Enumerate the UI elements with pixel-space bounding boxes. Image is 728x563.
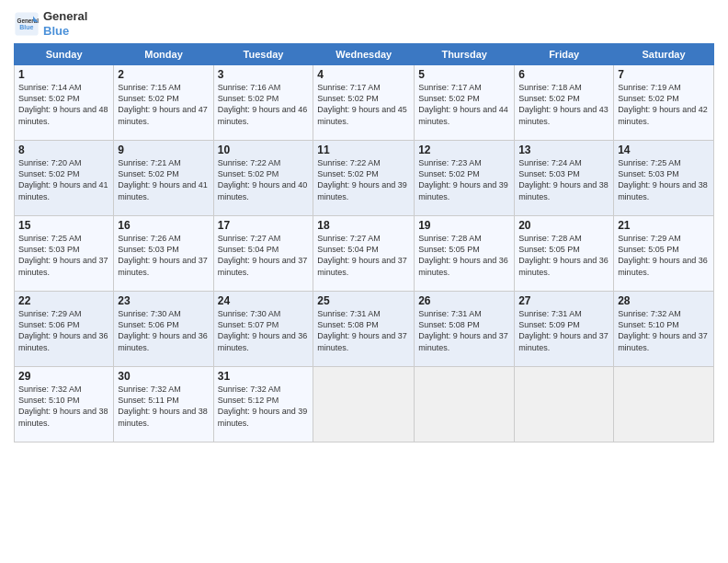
- day-number: 13: [518, 144, 609, 156]
- day-cell-8: 8 Sunrise: 7:20 AMSunset: 5:02 PMDayligh…: [15, 141, 114, 216]
- week-row-1: 1 Sunrise: 7:14 AMSunset: 5:02 PMDayligh…: [15, 65, 714, 141]
- day-number: 9: [118, 144, 209, 156]
- day-cell-28: 28 Sunrise: 7:32 AMSunset: 5:10 PMDaylig…: [614, 292, 714, 367]
- day-info: Sunrise: 7:31 AMSunset: 5:08 PMDaylight:…: [418, 308, 510, 353]
- day-cell-14: 14 Sunrise: 7:25 AMSunset: 5:03 PMDaylig…: [614, 141, 714, 216]
- day-number: 26: [418, 294, 510, 307]
- day-cell-22: 22 Sunrise: 7:29 AMSunset: 5:06 PMDaylig…: [15, 292, 114, 367]
- day-info: Sunrise: 7:32 AMSunset: 5:10 PMDaylight:…: [18, 384, 109, 429]
- day-number: 17: [218, 219, 310, 232]
- empty-cell: [415, 367, 515, 442]
- week-row-3: 15 Sunrise: 7:25 AMSunset: 5:03 PMDaylig…: [15, 216, 714, 292]
- day-number: 11: [317, 144, 410, 156]
- day-cell-29: 29 Sunrise: 7:32 AMSunset: 5:10 PMDaylig…: [15, 367, 114, 442]
- day-info: Sunrise: 7:29 AMSunset: 5:06 PMDaylight:…: [18, 308, 109, 353]
- day-number: 20: [518, 219, 609, 232]
- day-number: 5: [418, 68, 510, 81]
- day-header-monday: Monday: [114, 44, 213, 65]
- logo: General Blue General Blue: [14, 9, 87, 38]
- day-cell-21: 21 Sunrise: 7:29 AMSunset: 5:05 PMDaylig…: [614, 216, 714, 292]
- day-info: Sunrise: 7:32 AMSunset: 5:11 PMDaylight:…: [118, 384, 209, 429]
- day-info: Sunrise: 7:25 AMSunset: 5:03 PMDaylight:…: [618, 157, 710, 202]
- day-header-thursday: Thursday: [415, 44, 515, 65]
- day-info: Sunrise: 7:21 AMSunset: 5:02 PMDaylight:…: [118, 157, 209, 202]
- day-number: 30: [118, 370, 209, 383]
- week-row-2: 8 Sunrise: 7:20 AMSunset: 5:02 PMDayligh…: [15, 141, 714, 216]
- day-cell-17: 17 Sunrise: 7:27 AMSunset: 5:04 PMDaylig…: [213, 216, 313, 292]
- day-number: 23: [118, 294, 209, 307]
- day-number: 25: [317, 294, 410, 307]
- day-cell-2: 2 Sunrise: 7:15 AMSunset: 5:02 PMDayligh…: [114, 65, 213, 141]
- day-info: Sunrise: 7:17 AMSunset: 5:02 PMDaylight:…: [317, 82, 410, 127]
- day-info: Sunrise: 7:27 AMSunset: 5:04 PMDaylight:…: [218, 233, 310, 278]
- day-info: Sunrise: 7:31 AMSunset: 5:09 PMDaylight:…: [518, 308, 609, 353]
- day-number: 31: [218, 370, 310, 383]
- day-cell-27: 27 Sunrise: 7:31 AMSunset: 5:09 PMDaylig…: [515, 292, 614, 367]
- day-header-tuesday: Tuesday: [213, 44, 313, 65]
- day-number: 16: [118, 219, 209, 232]
- header-row: SundayMondayTuesdayWednesdayThursdayFrid…: [15, 44, 714, 65]
- day-info: Sunrise: 7:27 AMSunset: 5:04 PMDaylight:…: [317, 233, 410, 278]
- day-info: Sunrise: 7:32 AMSunset: 5:10 PMDaylight:…: [618, 308, 710, 353]
- logo-text: General Blue: [43, 9, 87, 38]
- day-cell-15: 15 Sunrise: 7:25 AMSunset: 5:03 PMDaylig…: [15, 216, 114, 292]
- day-cell-3: 3 Sunrise: 7:16 AMSunset: 5:02 PMDayligh…: [213, 65, 313, 141]
- day-info: Sunrise: 7:24 AMSunset: 5:03 PMDaylight:…: [518, 157, 609, 202]
- day-info: Sunrise: 7:22 AMSunset: 5:02 PMDaylight:…: [218, 157, 310, 202]
- day-cell-26: 26 Sunrise: 7:31 AMSunset: 5:08 PMDaylig…: [415, 292, 515, 367]
- day-cell-1: 1 Sunrise: 7:14 AMSunset: 5:02 PMDayligh…: [15, 65, 114, 141]
- day-cell-18: 18 Sunrise: 7:27 AMSunset: 5:04 PMDaylig…: [313, 216, 415, 292]
- day-info: Sunrise: 7:22 AMSunset: 5:02 PMDaylight:…: [317, 157, 410, 202]
- day-info: Sunrise: 7:28 AMSunset: 5:05 PMDaylight:…: [518, 233, 609, 278]
- day-info: Sunrise: 7:31 AMSunset: 5:08 PMDaylight:…: [317, 308, 410, 353]
- day-info: Sunrise: 7:16 AMSunset: 5:02 PMDaylight:…: [218, 82, 310, 127]
- day-cell-7: 7 Sunrise: 7:19 AMSunset: 5:02 PMDayligh…: [614, 65, 714, 141]
- calendar-container: General Blue General Blue SundayMondayTu…: [0, 0, 728, 452]
- day-info: Sunrise: 7:15 AMSunset: 5:02 PMDaylight:…: [118, 82, 209, 127]
- day-info: Sunrise: 7:18 AMSunset: 5:02 PMDaylight:…: [518, 82, 609, 127]
- svg-text:Blue: Blue: [19, 23, 33, 29]
- empty-cell: [313, 367, 415, 442]
- week-row-4: 22 Sunrise: 7:29 AMSunset: 5:06 PMDaylig…: [15, 292, 714, 367]
- day-info: Sunrise: 7:17 AMSunset: 5:02 PMDaylight:…: [418, 82, 510, 127]
- day-cell-20: 20 Sunrise: 7:28 AMSunset: 5:05 PMDaylig…: [515, 216, 614, 292]
- day-header-friday: Friday: [515, 44, 614, 65]
- day-number: 10: [218, 144, 310, 156]
- week-row-5: 29 Sunrise: 7:32 AMSunset: 5:10 PMDaylig…: [15, 367, 714, 442]
- day-cell-31: 31 Sunrise: 7:32 AMSunset: 5:12 PMDaylig…: [213, 367, 313, 442]
- day-number: 2: [118, 68, 209, 81]
- day-cell-25: 25 Sunrise: 7:31 AMSunset: 5:08 PMDaylig…: [313, 292, 415, 367]
- header: General Blue General Blue: [14, 9, 714, 38]
- day-number: 29: [18, 370, 109, 383]
- day-number: 6: [518, 68, 609, 81]
- day-info: Sunrise: 7:29 AMSunset: 5:05 PMDaylight:…: [618, 233, 710, 278]
- day-cell-11: 11 Sunrise: 7:22 AMSunset: 5:02 PMDaylig…: [313, 141, 415, 216]
- day-cell-9: 9 Sunrise: 7:21 AMSunset: 5:02 PMDayligh…: [114, 141, 213, 216]
- day-number: 3: [218, 68, 310, 81]
- day-info: Sunrise: 7:30 AMSunset: 5:06 PMDaylight:…: [118, 308, 209, 353]
- day-number: 8: [18, 144, 109, 156]
- day-cell-12: 12 Sunrise: 7:23 AMSunset: 5:02 PMDaylig…: [415, 141, 515, 216]
- day-number: 12: [418, 144, 510, 156]
- day-number: 21: [618, 219, 710, 232]
- logo-icon: General Blue: [14, 11, 40, 37]
- day-info: Sunrise: 7:23 AMSunset: 5:02 PMDaylight:…: [418, 157, 510, 202]
- day-number: 18: [317, 219, 410, 232]
- day-info: Sunrise: 7:26 AMSunset: 5:03 PMDaylight:…: [118, 233, 209, 278]
- day-number: 19: [418, 219, 510, 232]
- day-number: 14: [618, 144, 710, 156]
- day-cell-5: 5 Sunrise: 7:17 AMSunset: 5:02 PMDayligh…: [415, 65, 515, 141]
- day-cell-24: 24 Sunrise: 7:30 AMSunset: 5:07 PMDaylig…: [213, 292, 313, 367]
- day-cell-6: 6 Sunrise: 7:18 AMSunset: 5:02 PMDayligh…: [515, 65, 614, 141]
- day-info: Sunrise: 7:14 AMSunset: 5:02 PMDaylight:…: [18, 82, 109, 127]
- day-cell-23: 23 Sunrise: 7:30 AMSunset: 5:06 PMDaylig…: [114, 292, 213, 367]
- day-header-saturday: Saturday: [614, 44, 714, 65]
- day-cell-30: 30 Sunrise: 7:32 AMSunset: 5:11 PMDaylig…: [114, 367, 213, 442]
- day-info: Sunrise: 7:20 AMSunset: 5:02 PMDaylight:…: [18, 157, 109, 202]
- day-number: 28: [618, 294, 710, 307]
- day-header-sunday: Sunday: [15, 44, 114, 65]
- day-number: 27: [518, 294, 609, 307]
- day-number: 24: [218, 294, 310, 307]
- day-cell-13: 13 Sunrise: 7:24 AMSunset: 5:03 PMDaylig…: [515, 141, 614, 216]
- day-number: 22: [18, 294, 109, 307]
